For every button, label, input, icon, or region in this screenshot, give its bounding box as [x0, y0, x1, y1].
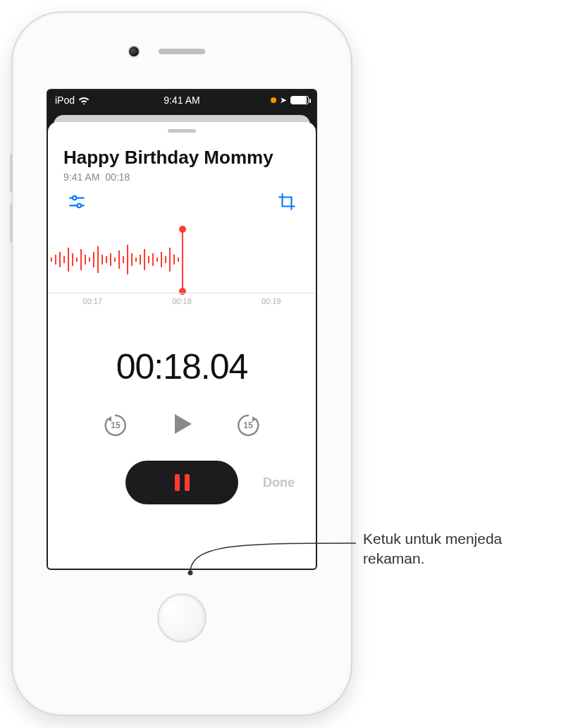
front-camera [129, 47, 139, 56]
home-button[interactable] [157, 593, 207, 643]
play-button[interactable] [169, 411, 195, 439]
elapsed-time-display: 00:18.04 [48, 346, 316, 387]
skip-forward-15-button[interactable]: 15 [234, 411, 262, 439]
battery-icon [290, 96, 309, 104]
waveform-icon [48, 241, 196, 279]
pause-recording-button[interactable] [125, 461, 238, 504]
skip-back-15-button[interactable]: 15 [101, 411, 130, 439]
ruler-line [48, 293, 316, 293]
device-screen: iPod 9:41 AM ➤ Happy Birthday Mommy 9:41… [48, 90, 316, 569]
waveform-scrubber[interactable]: 00:17 00:18 00:19 [48, 228, 316, 320]
recording-title[interactable]: Happy Birthday Mommy [48, 147, 316, 169]
earpiece-speaker [159, 49, 205, 54]
volume-down-button[interactable] [10, 203, 13, 242]
wifi-icon [78, 96, 90, 104]
ipod-device-frame: iPod 9:41 AM ➤ Happy Birthday Mommy 9:41… [13, 13, 351, 715]
tick-label: 00:17 [83, 297, 103, 305]
done-button[interactable]: Done [263, 475, 295, 490]
tick-label: 00:18 [172, 297, 192, 305]
recording-duration: 00:18 [105, 171, 130, 183]
sheet-grabber[interactable] [168, 129, 196, 133]
location-arrow-icon: ➤ [280, 95, 287, 105]
device-top-bezel [13, 13, 351, 90]
status-bar: iPod 9:41 AM ➤ [48, 90, 316, 110]
pause-icon [185, 474, 190, 491]
svg-point-3 [78, 204, 81, 207]
recording-subtitle: 9:41 AM 00:18 [48, 169, 316, 193]
skip-back-amount: 15 [111, 420, 120, 430]
status-carrier: iPod [55, 95, 75, 106]
skip-forward-amount: 15 [243, 420, 252, 430]
settings-sliders-icon[interactable] [68, 193, 86, 214]
playhead-indicator[interactable] [182, 228, 183, 293]
crop-trim-icon[interactable] [278, 193, 296, 214]
volume-up-button[interactable] [10, 154, 13, 193]
svg-point-1 [73, 196, 76, 200]
recording-sheet: Happy Birthday Mommy 9:41 AM 00:18 [48, 122, 316, 569]
recording-created-time: 9:41 AM [63, 171, 99, 183]
tick-label: 00:19 [262, 297, 281, 305]
callout-annotation: Ketuk untuk menjeda rekaman. [363, 529, 560, 569]
pause-icon [175, 474, 180, 491]
ruler-tick-labels: 00:17 00:18 00:19 [48, 297, 316, 305]
recording-indicator-icon [271, 97, 276, 103]
